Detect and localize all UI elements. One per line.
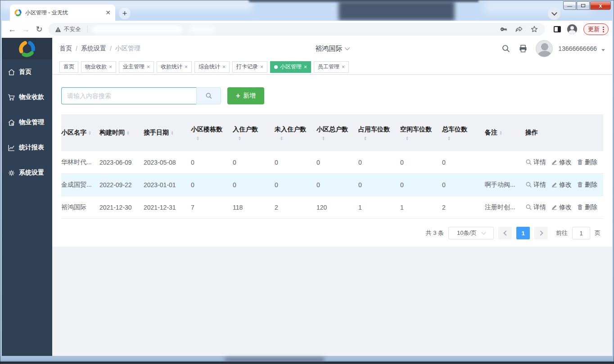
tab-close-icon[interactable]: ✕ bbox=[105, 9, 111, 16]
forward-button[interactable]: → bbox=[19, 22, 32, 36]
more-menu-icon[interactable] bbox=[603, 27, 604, 32]
column-header[interactable]: 空闲车位数▲▼ bbox=[400, 126, 442, 140]
tag-home[interactable]: 首页 bbox=[59, 61, 78, 73]
page-number-button[interactable]: 1 bbox=[516, 227, 530, 239]
edit-button[interactable]: 修改 bbox=[551, 181, 572, 189]
tag-close-icon[interactable]: × bbox=[304, 64, 307, 70]
browser-tab[interactable]: 小区管理 - 业无忧 ✕ bbox=[10, 4, 115, 21]
tag-close-icon[interactable]: × bbox=[260, 64, 263, 70]
community-select[interactable]: 裕鸿国际 bbox=[316, 45, 349, 53]
delete-button[interactable]: 删除 bbox=[577, 158, 597, 166]
back-button[interactable]: ← bbox=[5, 22, 19, 36]
prev-page-button[interactable] bbox=[498, 227, 512, 239]
sort-icon[interactable]: ▲▼ bbox=[196, 136, 199, 140]
tag-property-payment[interactable]: 物业收款× bbox=[81, 61, 116, 73]
side-panel-icon[interactable] bbox=[554, 26, 561, 32]
close-window-button[interactable]: x bbox=[590, 1, 611, 10]
print-icon[interactable] bbox=[519, 44, 528, 53]
cell-free-parking: 1 bbox=[400, 204, 442, 211]
breadcrumb-system-settings[interactable]: 系统设置 bbox=[81, 45, 106, 53]
sidebar-item-reports[interactable]: 统计报表 bbox=[2, 135, 52, 160]
maximize-button[interactable] bbox=[577, 1, 590, 10]
user-avatar[interactable] bbox=[536, 40, 553, 57]
column-header[interactable]: 入住户数▲▼ bbox=[233, 126, 275, 140]
tag-close-icon[interactable]: × bbox=[222, 64, 226, 70]
search-button[interactable] bbox=[196, 87, 221, 104]
column-header[interactable]: 小区名字▲▼ bbox=[61, 129, 99, 137]
sort-icon[interactable]: ▲▼ bbox=[280, 136, 283, 140]
address-bar[interactable]: 不安全 bbox=[49, 23, 545, 36]
column-header[interactable]: 总车位数▲▼ bbox=[442, 126, 485, 140]
table-row[interactable]: 裕鸿国际 2021-12-30 2021-12-31 7 118 2 120 1… bbox=[61, 196, 603, 219]
tag-payment-stats[interactable]: 收款统计× bbox=[157, 61, 192, 73]
share-icon[interactable] bbox=[515, 25, 523, 33]
password-key-icon[interactable] bbox=[500, 25, 508, 33]
column-header[interactable]: 小区总户数▲▼ bbox=[316, 126, 358, 140]
tag-close-icon[interactable]: × bbox=[109, 64, 112, 70]
sort-icon[interactable]: ▲▼ bbox=[322, 136, 325, 140]
sort-icon[interactable]: ▲▼ bbox=[364, 136, 367, 140]
edit-pen-icon bbox=[551, 181, 558, 188]
page-size-select[interactable]: 10条/页 bbox=[448, 227, 494, 239]
cell-community-name: 裕鸿国际 bbox=[61, 203, 99, 211]
new-tab-button[interactable]: + bbox=[119, 8, 131, 19]
sidebar-item-settings[interactable]: 系统设置 bbox=[2, 160, 52, 185]
column-header[interactable]: 构建时间▲▼ bbox=[99, 129, 144, 137]
tag-community-management[interactable]: 小区管理× bbox=[270, 61, 311, 73]
sort-icon[interactable]: ▲▼ bbox=[88, 130, 91, 135]
app-logo[interactable] bbox=[2, 38, 52, 59]
sidebar-item-property-management[interactable]: 物业管理 bbox=[2, 110, 52, 135]
sidebar-item-property-payment[interactable]: 物业收款 bbox=[2, 85, 52, 110]
delete-button[interactable]: 删除 bbox=[577, 203, 597, 211]
column-header[interactable]: 备注▲▼ bbox=[485, 129, 525, 137]
detail-button[interactable]: 详情 bbox=[525, 181, 546, 189]
sort-icon[interactable]: ▲▼ bbox=[238, 136, 241, 140]
tag-comprehensive-stats[interactable]: 综合统计× bbox=[194, 61, 230, 73]
sort-icon[interactable]: ▲▼ bbox=[447, 136, 451, 140]
sort-icon[interactable]: ▲▼ bbox=[126, 130, 130, 135]
tag-close-icon[interactable]: × bbox=[342, 64, 345, 70]
detail-search-icon bbox=[525, 181, 532, 188]
header-search-icon[interactable] bbox=[501, 44, 510, 53]
search-input[interactable] bbox=[61, 87, 196, 104]
bookmark-star-icon[interactable] bbox=[530, 25, 538, 33]
column-header[interactable]: 接手日期▲▼ bbox=[144, 129, 191, 137]
column-header[interactable]: 未入住户数▲▼ bbox=[275, 126, 316, 140]
next-page-button[interactable] bbox=[534, 227, 548, 239]
edit-button[interactable]: 修改 bbox=[551, 203, 572, 211]
column-header[interactable]: 小区楼栋数▲▼ bbox=[191, 126, 233, 140]
cart-icon bbox=[8, 94, 15, 101]
breadcrumb-home[interactable]: 首页 bbox=[59, 45, 72, 53]
reload-button[interactable]: ↻ bbox=[32, 22, 46, 36]
edit-button[interactable]: 修改 bbox=[551, 158, 572, 166]
minimize-button[interactable]: — bbox=[563, 1, 576, 10]
sort-icon[interactable]: ▲▼ bbox=[499, 130, 502, 135]
detail-button[interactable]: 详情 bbox=[525, 158, 546, 166]
sort-icon[interactable]: ▲▼ bbox=[406, 136, 409, 140]
browser-update-button[interactable]: 更新 bbox=[583, 23, 609, 35]
delete-button[interactable]: 删除 bbox=[577, 181, 597, 189]
add-button[interactable]: + 新增 bbox=[227, 87, 264, 104]
sort-icon[interactable]: ▲▼ bbox=[171, 130, 174, 135]
tag-clock-records[interactable]: 打卡记录× bbox=[232, 61, 267, 73]
sidebar-item-home[interactable]: 首页 bbox=[2, 59, 52, 85]
tag-close-icon[interactable]: × bbox=[147, 64, 150, 70]
user-phone[interactable]: 13666666666 bbox=[558, 45, 597, 52]
tag-owner-management[interactable]: 业主管理× bbox=[119, 61, 154, 73]
chevron-right-icon bbox=[538, 230, 543, 235]
blurred-background-window bbox=[249, 0, 479, 2]
breadcrumb-current: 小区管理 bbox=[115, 45, 140, 53]
page-content: + 新增 小区名字▲▼ 构建时间▲▼ 接手日期▲▼ 小区楼栋数▲▼ 入住户数▲▼… bbox=[52, 75, 612, 356]
column-header[interactable]: 占用车位数▲▼ bbox=[358, 126, 400, 140]
browser-profile-avatar[interactable] bbox=[567, 24, 577, 34]
tab-search-button[interactable] bbox=[548, 7, 560, 20]
detail-button[interactable]: 详情 bbox=[525, 203, 546, 211]
trash-icon bbox=[577, 181, 583, 188]
chevron-down-icon[interactable] bbox=[601, 49, 605, 51]
tag-close-icon[interactable]: × bbox=[185, 64, 188, 70]
tag-staff-management[interactable]: 员工管理× bbox=[314, 61, 349, 73]
goto-page-input[interactable] bbox=[572, 227, 590, 239]
table-row-selected[interactable]: 金成国贸... 2022-09-22 2023-01-01 0 0 0 0 0 … bbox=[61, 174, 603, 196]
cell-build-date: 2023-06-09 bbox=[99, 159, 144, 166]
table-row[interactable]: 华林时代... 2023-06-09 2023-05-08 0 0 0 0 0 … bbox=[61, 151, 603, 174]
